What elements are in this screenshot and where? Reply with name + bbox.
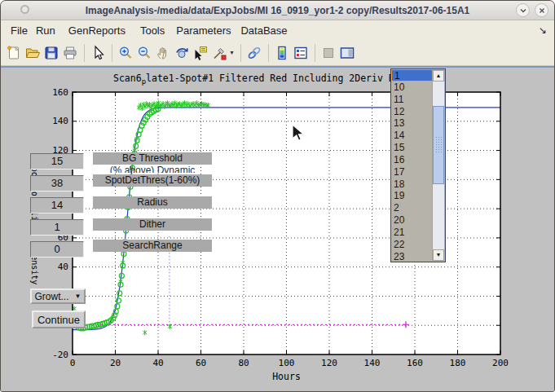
svg-text:140: 140 <box>364 358 381 368</box>
toolbar-separator <box>315 44 315 62</box>
svg-text:80: 80 <box>238 358 249 368</box>
scrollbar-grip <box>435 136 443 154</box>
legend-icon[interactable] <box>292 44 310 62</box>
dither-label: Dither <box>93 218 212 231</box>
link-plots-icon[interactable] <box>245 44 263 62</box>
pointer-icon[interactable] <box>89 44 107 62</box>
menu-file[interactable]: File <box>11 24 28 37</box>
window-title: ImageAnalysis-/media/data/ExpJobs/MI 16_… <box>1 5 554 16</box>
listbox-scrollbar[interactable]: ▲ ▼ <box>432 70 444 261</box>
svg-text:140: 140 <box>52 116 68 126</box>
menu-run[interactable]: Run <box>36 24 55 37</box>
close-icon <box>537 6 547 15</box>
searchrange-input[interactable]: 0 <box>30 241 84 258</box>
menu-bar: FileRunGenReportsToolsParametersDataBase… <box>1 20 554 40</box>
svg-text:0: 0 <box>70 358 76 368</box>
svg-text:-20: -20 <box>52 350 68 360</box>
scroll-up-icon[interactable]: ▲ <box>433 70 444 81</box>
toolbar-separator <box>268 44 269 62</box>
toolbar: ▼ <box>1 40 554 66</box>
zoom-out-icon[interactable] <box>135 44 153 62</box>
radius-input[interactable]: 14 <box>30 197 84 214</box>
menu-overflow-icon[interactable]: ↘ <box>539 24 547 36</box>
dropdown-arrow-icon: ▼ <box>75 293 81 300</box>
bg-threshold-label: BG Threshold <box>93 152 212 165</box>
bg-threshold-input[interactable]: 15 <box>30 153 84 170</box>
scroll-down-icon[interactable]: ▼ <box>433 249 444 261</box>
plot-title: Scan6plate1-Spot#1 Filtered Red Includin… <box>113 73 400 86</box>
toolbar-separator <box>112 44 112 62</box>
growth-button-label: Growt... <box>35 291 69 302</box>
zoom-in-icon[interactable] <box>117 44 134 62</box>
menu-tools[interactable]: Tools <box>140 24 165 37</box>
dither-input[interactable]: 1 <box>30 219 84 236</box>
growth-plot: 020406080100120140160180200-200204060801… <box>1 68 555 392</box>
spot-number-listbox: 110111213141516171819220212223 ▲ ▼ <box>390 68 446 262</box>
continue-button[interactable]: Continue <box>32 311 86 328</box>
close-button[interactable] <box>535 3 548 17</box>
chevron-down-icon <box>518 6 528 15</box>
scrollbar-thumb[interactable] <box>433 106 444 184</box>
svg-text:60: 60 <box>196 358 206 368</box>
data-cursor-icon[interactable] <box>192 44 209 62</box>
svg-text:40: 40 <box>58 262 68 272</box>
svg-text:40: 40 <box>152 358 163 368</box>
svg-text:20: 20 <box>110 358 121 368</box>
menu-parameters[interactable]: Parameters <box>176 24 231 37</box>
app-window: ImageAnalysis-/media/data/ExpJobs/MI 16_… <box>0 0 555 392</box>
pan-hand-icon[interactable] <box>154 44 172 62</box>
colorbar-icon[interactable] <box>273 44 291 62</box>
svg-text:120: 120 <box>321 358 337 368</box>
hide-plot-tools-icon[interactable] <box>319 44 337 62</box>
save-icon[interactable] <box>42 44 60 62</box>
bg-threshold-sub-label: (% above) Dynamic <box>95 165 210 173</box>
brush-menu-arrow-icon[interactable]: ▼ <box>229 50 235 55</box>
svg-text:160: 160 <box>52 87 68 98</box>
x-axis-label: Hours <box>272 371 301 382</box>
svg-text:100: 100 <box>279 358 295 368</box>
brush-icon[interactable] <box>210 44 228 62</box>
open-folder-icon[interactable] <box>24 44 42 62</box>
show-plot-tools-icon[interactable] <box>338 44 356 62</box>
mouse-cursor <box>292 124 305 142</box>
rotate-3d-icon[interactable] <box>173 44 191 62</box>
searchrange-label: SearchRange <box>93 240 212 252</box>
growth-dropdown-button[interactable]: Growt... ▼ <box>30 288 86 304</box>
menu-database[interactable]: DataBase <box>240 24 287 37</box>
toolbar-separator <box>240 44 241 62</box>
print-icon[interactable] <box>61 44 79 62</box>
shade-button[interactable] <box>516 3 530 17</box>
spotdetthres-1-60-input[interactable]: 38 <box>30 175 84 192</box>
svg-text:160: 160 <box>407 358 423 368</box>
new-file-icon[interactable] <box>5 44 23 62</box>
svg-text:200: 200 <box>492 358 509 368</box>
radius-label: Radius <box>93 196 212 209</box>
spotdetthres-1-60-label: SpotDetThres(1-60%) <box>93 174 212 187</box>
window-menu-icon[interactable] <box>20 5 29 14</box>
svg-text:180: 180 <box>450 358 466 368</box>
toolbar-separator <box>84 44 85 62</box>
title-bar: ImageAnalysis-/media/data/ExpJobs/MI 16_… <box>1 1 554 20</box>
menu-genreports[interactable]: GenReports <box>68 24 126 37</box>
